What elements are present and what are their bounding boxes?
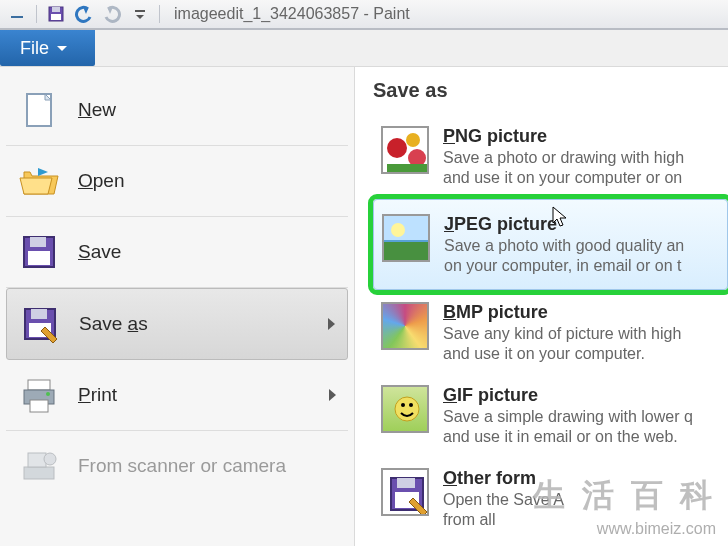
svg-rect-29: [397, 478, 415, 488]
svg-rect-4: [135, 10, 145, 12]
watermark-text: 生 活 百 科: [533, 474, 716, 518]
format-option-jpeg[interactable]: JPEG picture Save a photo with good qual…: [373, 199, 728, 290]
svg-rect-7: [30, 237, 46, 247]
qat-save-icon[interactable]: [45, 3, 67, 25]
save-floppy-icon: [18, 231, 60, 273]
svg-point-18: [44, 453, 56, 465]
format-desc: Save a photo or drawing with high: [443, 149, 684, 167]
svg-rect-24: [384, 242, 430, 262]
printer-icon: [18, 374, 60, 416]
svg-rect-16: [24, 467, 54, 479]
format-title: PNG picture: [443, 126, 547, 146]
new-file-icon: [18, 89, 60, 131]
svg-point-26: [401, 403, 405, 407]
svg-rect-12: [28, 380, 50, 390]
jpeg-thumbnail-icon: [382, 214, 430, 262]
svg-point-23: [391, 223, 405, 237]
menu-item-save-as[interactable]: Save as: [6, 288, 348, 360]
svg-point-25: [395, 397, 419, 421]
format-desc: and use it in email or on the web.: [443, 428, 693, 446]
format-desc: Save a simple drawing with lower q: [443, 408, 693, 426]
menu-item-label: Save: [78, 241, 121, 263]
qat-undo-icon[interactable]: [73, 3, 95, 25]
chevron-right-icon: [329, 389, 336, 401]
format-title: Other form: [443, 468, 536, 488]
svg-rect-14: [30, 400, 48, 412]
format-option-bmp[interactable]: BMP picture Save any kind of picture wit…: [373, 292, 728, 373]
separator: [36, 5, 37, 23]
svg-rect-2: [52, 7, 60, 12]
format-title: BMP picture: [443, 302, 548, 322]
menu-item-label: Print: [78, 384, 117, 406]
tab-file-label: File: [20, 38, 49, 59]
chevron-right-icon: [328, 318, 335, 330]
svg-rect-10: [31, 309, 47, 319]
watermark-url: www.bimeiz.com: [597, 520, 716, 538]
gif-thumbnail-icon: [381, 385, 429, 433]
svg-rect-8: [28, 251, 50, 265]
format-desc: on your computer, in email or on t: [444, 257, 684, 275]
svg-rect-22: [387, 164, 427, 172]
svg-point-15: [46, 392, 50, 396]
svg-point-19: [387, 138, 407, 158]
format-title: JPEG picture: [444, 214, 557, 234]
scanner-icon: [18, 445, 60, 487]
format-title: GIF picture: [443, 385, 538, 405]
bmp-thumbnail-icon: [381, 302, 429, 350]
qat-customize-icon[interactable]: [129, 3, 151, 25]
save-as-icon: [19, 303, 61, 345]
svg-rect-0: [11, 16, 23, 18]
tab-file[interactable]: File: [0, 30, 95, 66]
svg-rect-17: [28, 453, 46, 467]
separator: [159, 5, 160, 23]
menu-item-open[interactable]: Open: [6, 146, 348, 217]
svg-point-20: [406, 133, 420, 147]
format-option-png[interactable]: PNG picture Save a photo or drawing with…: [373, 116, 728, 197]
png-thumbnail-icon: [381, 126, 429, 174]
ribbon-tabs: File: [0, 30, 728, 66]
menu-item-print[interactable]: Print: [6, 360, 348, 431]
svg-point-27: [409, 403, 413, 407]
menu-item-new[interactable]: New: [6, 75, 348, 146]
qat-redo-icon[interactable]: [101, 3, 123, 25]
other-formats-icon: [381, 468, 429, 516]
file-menu-list: New Open Save Save as Print: [0, 67, 355, 546]
menu-item-label: New: [78, 99, 116, 121]
menu-item-label: Open: [78, 170, 124, 192]
menu-item-save[interactable]: Save: [6, 217, 348, 288]
format-desc: Save any kind of picture with high: [443, 325, 681, 343]
svg-rect-3: [51, 14, 61, 20]
qat-titlebar: imageedit_1_3424063857 - Paint: [0, 0, 728, 30]
menu-item-label: Save as: [79, 313, 148, 335]
format-desc: Save a photo with good quality an: [444, 237, 684, 255]
format-desc: and use it on your computer.: [443, 345, 681, 363]
save-as-heading: Save as: [373, 79, 728, 102]
menu-item-scanner: From scanner or camera: [6, 431, 348, 501]
open-folder-icon: [18, 160, 60, 202]
window-title: imageedit_1_3424063857 - Paint: [174, 5, 410, 23]
menu-item-label: From scanner or camera: [78, 455, 286, 477]
minimize-icon[interactable]: [6, 3, 28, 25]
format-option-gif[interactable]: GIF picture Save a simple drawing with l…: [373, 375, 728, 456]
format-desc: and use it on your computer or on: [443, 169, 684, 187]
